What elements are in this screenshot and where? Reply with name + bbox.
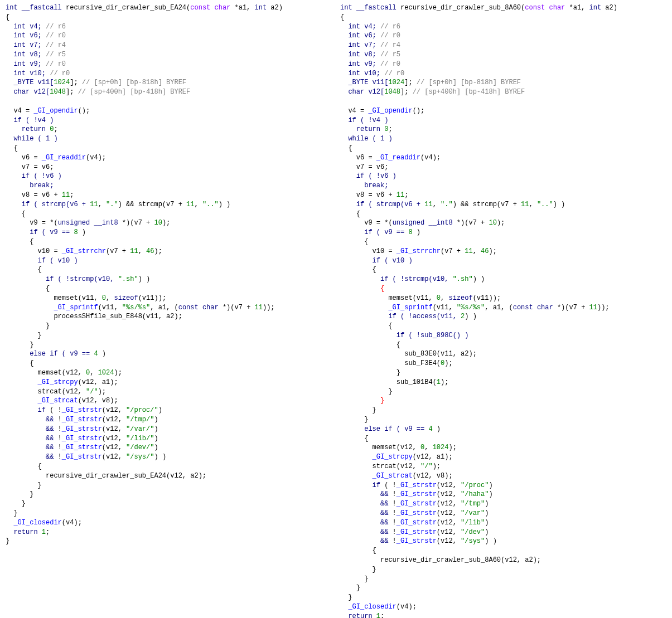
- if: if ( v10 ): [38, 257, 78, 265]
- if: if ( !v4 ): [13, 116, 54, 124]
- num: 4: [428, 425, 432, 433]
- t: *)(v7 +: [453, 219, 489, 227]
- num: 11: [186, 201, 194, 208]
- t: ) && strcmp(v7 +: [118, 201, 186, 208]
- num: 46: [481, 247, 489, 255]
- str: "..": [537, 201, 553, 208]
- and: &&: [46, 453, 54, 461]
- stmt: memset(v11,: [388, 294, 436, 302]
- and: &&: [380, 500, 388, 508]
- t: ,: [90, 369, 98, 377]
- return: return: [13, 528, 37, 536]
- num: 8: [408, 228, 412, 236]
- str: "/sys": [461, 537, 485, 545]
- t: ,: [98, 201, 106, 208]
- t: );: [433, 463, 441, 470]
- decl: char v12[: [348, 88, 384, 96]
- num: 11: [424, 201, 432, 208]
- cmt: // r0: [380, 32, 400, 40]
- t: (v12, a1);: [413, 453, 453, 461]
- decl: int v10;: [13, 70, 46, 77]
- num: 11: [589, 304, 597, 312]
- code-panel-right: int __fastcall recursive_dir_crawler_sub…: [335, 0, 672, 618]
- call-recurse: recursive_dir_crawler_sub_8A60(v12, a2);: [380, 556, 541, 564]
- t: ));: [597, 304, 610, 312]
- diff-brace-close: }: [380, 397, 384, 405]
- decl: ];: [70, 79, 78, 86]
- t: ) ): [219, 201, 231, 208]
- stmt: memset(v11,: [54, 294, 101, 302]
- decl: int v9;: [348, 60, 376, 68]
- call-strstr: _GI_strstr: [62, 444, 102, 451]
- stmt: ;: [70, 191, 74, 199]
- call-closedir: _GI_closedir: [348, 603, 396, 611]
- cast: unsigned __int8: [393, 219, 453, 227]
- return: return: [356, 125, 380, 133]
- call-readdir: _GI_readdir: [376, 154, 420, 162]
- stmt: v8 = v6 +: [356, 191, 397, 199]
- if: if: [373, 481, 380, 489]
- kw-fastcall: __fastcall: [356, 4, 397, 12]
- str: "/dev/": [126, 444, 154, 451]
- cmt: // r4: [380, 41, 400, 49]
- t: );: [154, 247, 162, 255]
- param2-type: int: [589, 4, 602, 12]
- call-sub101b4: sub_101B4(: [397, 378, 437, 386]
- param2-type: int: [255, 4, 267, 12]
- call-opendir: _GI_opendir: [33, 107, 78, 115]
- diff-brace-open: {: [380, 285, 384, 293]
- cast: const char: [178, 304, 219, 312]
- num: 1024: [388, 79, 404, 86]
- call-sub83e0: sub_83E0(v11, a2);: [404, 350, 477, 358]
- call-closedir: _GI_closedir: [13, 519, 61, 527]
- and: &&: [46, 416, 54, 424]
- cmt: // r5: [380, 51, 400, 59]
- call-subf3e4: sub_F3E4(: [404, 359, 441, 367]
- num: 11: [397, 191, 404, 199]
- decl: int v8;: [13, 51, 41, 59]
- if: if ( !v6 ): [22, 172, 62, 180]
- num: 11: [130, 247, 138, 255]
- t: (v11,: [98, 304, 122, 312]
- t: ): [413, 228, 420, 236]
- str: "/": [420, 463, 433, 470]
- param2: a2: [605, 4, 613, 12]
- t: (v4);: [62, 519, 82, 527]
- t: (v11));: [473, 294, 501, 302]
- str: "/var/": [126, 425, 154, 433]
- and: &&: [46, 435, 54, 442]
- t: (v7 +: [441, 247, 465, 255]
- param2: a2: [270, 4, 278, 12]
- num: 4: [94, 350, 98, 358]
- t: (v12, v8);: [413, 472, 453, 480]
- call-strstr: _GI_strstr: [397, 519, 437, 527]
- num: 0: [102, 294, 106, 302]
- stmt: v7 = v6;: [356, 163, 389, 171]
- while: while ( 1 ): [13, 135, 57, 143]
- t: *)(v7 +: [219, 304, 255, 312]
- decl: ];: [400, 88, 408, 96]
- if: if ( strcmp(v6 +: [22, 201, 90, 208]
- t: (v4);: [397, 603, 417, 611]
- t: ));: [263, 304, 275, 312]
- str: "%s/%s": [122, 304, 150, 312]
- t: ,: [106, 294, 114, 302]
- stmt: v9 = *(: [30, 219, 57, 227]
- if: if ( v9 ==: [364, 228, 408, 236]
- and: &&: [380, 509, 388, 517]
- num: 1024: [433, 444, 449, 451]
- t: (v11));: [138, 294, 166, 302]
- cmt: // r0: [380, 60, 400, 68]
- decl: int v10;: [348, 70, 380, 77]
- while: while ( 1 ): [348, 135, 392, 143]
- return: return: [348, 612, 372, 618]
- str: "/dev": [461, 528, 485, 536]
- str: "/lib": [461, 519, 485, 527]
- decl: int v7;: [13, 41, 41, 49]
- call-strstr: _GI_strstr: [397, 490, 437, 498]
- call-process-sh: processSHfile_sub_E848(v11, a2);: [54, 313, 182, 320]
- call-strstr: _GI_strstr: [397, 537, 437, 545]
- decl: int v9;: [13, 60, 41, 68]
- t: );: [162, 219, 170, 227]
- and: &&: [380, 528, 388, 536]
